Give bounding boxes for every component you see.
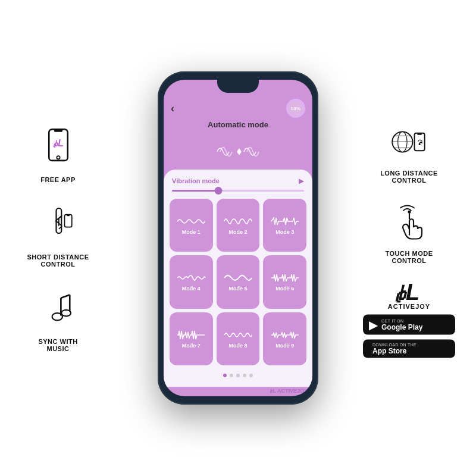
svg-point-2	[57, 156, 60, 159]
vibration-mode-label: Vibration mode	[172, 177, 220, 184]
mode-6-label: Mode 6	[275, 286, 294, 292]
mode-5-label: Mode 5	[228, 286, 247, 292]
app-store-sub: Download on the	[372, 343, 416, 347]
mode-8-label: Mode 8	[228, 343, 247, 349]
svg-rect-24	[417, 133, 422, 135]
mode-6-button[interactable]: Mode 6	[263, 255, 306, 308]
svg-rect-11	[67, 215, 70, 217]
app-top-bar: ‹ 93%	[164, 96, 312, 120]
music-icon	[35, 286, 82, 333]
back-arrow-icon[interactable]: ‹	[171, 102, 174, 115]
mode-1-button[interactable]: Mode 1	[170, 199, 213, 252]
app-footer-brand: ꞗL ACTIVEJOY	[164, 387, 312, 396]
feature-sync-music: SYNC WITHMUSIC	[35, 286, 82, 352]
app-store-text: Download on the App Store	[372, 343, 416, 355]
google-play-badge[interactable]: ▶ GET IT ON Google Play	[363, 315, 455, 335]
svg-point-17	[237, 150, 241, 154]
mode-1-label: Mode 1	[182, 229, 201, 235]
svg-point-25	[418, 143, 420, 145]
mode-5-button[interactable]: Mode 5	[217, 255, 260, 308]
short-distance-label: SHORT DISTANCECONTROL	[27, 253, 89, 268]
svg-line-13	[61, 295, 70, 298]
feature-free-app: ꞗL FREE APP	[35, 124, 82, 183]
dot-2[interactable]	[230, 374, 233, 377]
mode-3-label: Mode 3	[275, 229, 294, 235]
mode-4-label: Mode 4	[182, 286, 201, 292]
dot-4[interactable]	[243, 374, 246, 377]
google-play-main: Google Play	[381, 322, 422, 331]
mode-7-button[interactable]: Mode 7	[170, 312, 213, 365]
feature-short-distance: SHORT DISTANCECONTROL	[27, 201, 89, 268]
short-distance-icon	[35, 201, 82, 249]
right-column: LONG DISTANCECONTROL TOUCH MODECONTROL	[354, 118, 464, 358]
phone-outer: ‹ 93% Automatic mode	[158, 71, 318, 405]
page-container: ꞗL FREE APP	[0, 0, 476, 476]
mode-7-label: Mode 7	[182, 343, 201, 349]
slider-fill	[172, 190, 218, 192]
svg-text:ꞗL: ꞗL	[53, 138, 64, 148]
svg-rect-1	[54, 129, 62, 131]
svg-point-15	[52, 313, 62, 320]
modes-grid: Mode 1 Mode 2 Mode 3	[170, 199, 306, 365]
phone-inner: ‹ 93% Automatic mode	[164, 80, 312, 396]
slider-thumb	[214, 187, 222, 195]
slider-container[interactable]	[170, 190, 306, 192]
feature-touch-mode: TOUCH MODECONTROL	[386, 199, 433, 264]
svg-text:ꞗL: ꞗL	[394, 280, 419, 303]
slider-track	[172, 190, 304, 192]
app-store-badge[interactable]: Download on the App Store	[363, 340, 455, 358]
feature-long-distance: LONG DISTANCECONTROL	[380, 118, 438, 184]
play-button[interactable]: ▶	[299, 177, 304, 185]
app-screen: ‹ 93% Automatic mode	[164, 80, 312, 396]
svg-point-27	[408, 210, 411, 213]
vibration-mode-row: Vibration mode ▶	[170, 177, 306, 185]
touch-mode-icon	[386, 199, 433, 246]
vibration-icon-area	[164, 134, 312, 170]
mode-4-button[interactable]: Mode 4	[170, 255, 213, 308]
free-app-icon: ꞗL	[35, 124, 82, 171]
google-play-sub: GET IT ON	[381, 318, 422, 322]
dot-1[interactable]	[223, 374, 227, 377]
mode-3-button[interactable]: Mode 3	[263, 199, 306, 252]
battery-indicator: 93%	[286, 99, 305, 118]
app-store-main: App Store	[372, 347, 416, 355]
google-play-icon: ▶	[369, 318, 378, 332]
left-column: ꞗL FREE APP	[12, 124, 104, 352]
svg-point-16	[61, 310, 71, 317]
svg-rect-23	[414, 133, 424, 151]
app-title: Automatic mode	[164, 120, 312, 129]
mode-2-button[interactable]: Mode 2	[217, 199, 260, 252]
phone-mockup: ‹ 93% Automatic mode	[158, 71, 318, 405]
long-distance-label: LONG DISTANCECONTROL	[380, 170, 438, 184]
phone-notch	[217, 80, 259, 93]
svg-rect-10	[64, 215, 71, 227]
page-dots	[170, 370, 306, 380]
brand-name: ACTIVEJOY	[388, 303, 430, 310]
app-content: Vibration mode ▶	[164, 170, 312, 387]
mode-2-label: Mode 2	[228, 229, 247, 235]
touch-mode-label: TOUCH MODECONTROL	[386, 250, 433, 264]
activejoy-logo-icon: ꞗL	[392, 279, 427, 303]
long-distance-icon	[386, 118, 433, 166]
brand-section: ꞗL ACTIVEJOY ▶ GET IT ON Google Play Dow…	[363, 279, 455, 358]
sync-music-label: SYNC WITHMUSIC	[38, 338, 77, 352]
mode-9-label: Mode 9	[275, 343, 294, 349]
dot-3[interactable]	[236, 374, 240, 377]
google-play-text: GET IT ON Google Play	[381, 318, 422, 331]
free-app-label: FREE APP	[40, 176, 76, 183]
dot-5[interactable]	[249, 374, 253, 377]
mode-8-button[interactable]: Mode 8	[217, 312, 260, 365]
mode-9-button[interactable]: Mode 9	[263, 312, 306, 365]
